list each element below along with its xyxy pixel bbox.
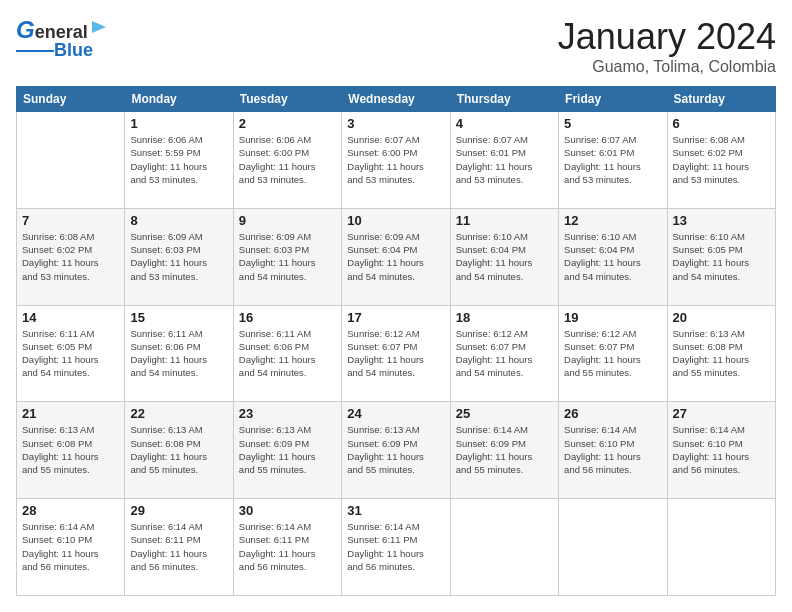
- col-sunday: Sunday: [17, 87, 125, 112]
- day-number: 5: [564, 116, 661, 131]
- day-cell: [559, 499, 667, 596]
- day-info: Sunrise: 6:14 AMSunset: 6:10 PMDaylight:…: [22, 520, 119, 573]
- day-number: 9: [239, 213, 336, 228]
- title-block: January 2024 Guamo, Tolima, Colombia: [558, 16, 776, 76]
- day-cell: 13Sunrise: 6:10 AMSunset: 6:05 PMDayligh…: [667, 208, 775, 305]
- day-cell: 4Sunrise: 6:07 AMSunset: 6:01 PMDaylight…: [450, 112, 558, 209]
- day-cell: 21Sunrise: 6:13 AMSunset: 6:08 PMDayligh…: [17, 402, 125, 499]
- day-cell: [450, 499, 558, 596]
- day-number: 8: [130, 213, 227, 228]
- week-row-3: 14Sunrise: 6:11 AMSunset: 6:05 PMDayligh…: [17, 305, 776, 402]
- day-cell: 26Sunrise: 6:14 AMSunset: 6:10 PMDayligh…: [559, 402, 667, 499]
- day-number: 28: [22, 503, 119, 518]
- day-number: 2: [239, 116, 336, 131]
- calendar-title: January 2024: [558, 16, 776, 58]
- day-info: Sunrise: 6:06 AMSunset: 5:59 PMDaylight:…: [130, 133, 227, 186]
- day-number: 6: [673, 116, 770, 131]
- day-number: 11: [456, 213, 553, 228]
- day-number: 24: [347, 406, 444, 421]
- day-number: 16: [239, 310, 336, 325]
- day-info: Sunrise: 6:13 AMSunset: 6:08 PMDaylight:…: [22, 423, 119, 476]
- svg-marker-0: [92, 21, 106, 33]
- day-number: 3: [347, 116, 444, 131]
- day-cell: 6Sunrise: 6:08 AMSunset: 6:02 PMDaylight…: [667, 112, 775, 209]
- day-number: 27: [673, 406, 770, 421]
- day-info: Sunrise: 6:14 AMSunset: 6:11 PMDaylight:…: [239, 520, 336, 573]
- day-cell: 19Sunrise: 6:12 AMSunset: 6:07 PMDayligh…: [559, 305, 667, 402]
- calendar-subtitle: Guamo, Tolima, Colombia: [558, 58, 776, 76]
- day-info: Sunrise: 6:09 AMSunset: 6:03 PMDaylight:…: [239, 230, 336, 283]
- day-info: Sunrise: 6:13 AMSunset: 6:08 PMDaylight:…: [130, 423, 227, 476]
- calendar-page: General Blue January 2024 Guamo, Tolima,…: [0, 0, 792, 612]
- day-cell: 14Sunrise: 6:11 AMSunset: 6:05 PMDayligh…: [17, 305, 125, 402]
- day-cell: 1Sunrise: 6:06 AMSunset: 5:59 PMDaylight…: [125, 112, 233, 209]
- day-info: Sunrise: 6:07 AMSunset: 6:00 PMDaylight:…: [347, 133, 444, 186]
- day-info: Sunrise: 6:13 AMSunset: 6:08 PMDaylight:…: [673, 327, 770, 380]
- day-info: Sunrise: 6:09 AMSunset: 6:03 PMDaylight:…: [130, 230, 227, 283]
- day-cell: 12Sunrise: 6:10 AMSunset: 6:04 PMDayligh…: [559, 208, 667, 305]
- col-friday: Friday: [559, 87, 667, 112]
- logo-blue: Blue: [54, 40, 93, 61]
- day-cell: 20Sunrise: 6:13 AMSunset: 6:08 PMDayligh…: [667, 305, 775, 402]
- col-saturday: Saturday: [667, 87, 775, 112]
- logo-icon: General: [16, 16, 108, 42]
- day-number: 20: [673, 310, 770, 325]
- day-cell: [667, 499, 775, 596]
- day-info: Sunrise: 6:14 AMSunset: 6:11 PMDaylight:…: [347, 520, 444, 573]
- col-wednesday: Wednesday: [342, 87, 450, 112]
- day-info: Sunrise: 6:12 AMSunset: 6:07 PMDaylight:…: [347, 327, 444, 380]
- week-row-5: 28Sunrise: 6:14 AMSunset: 6:10 PMDayligh…: [17, 499, 776, 596]
- logo: General Blue: [16, 16, 108, 61]
- day-cell: 11Sunrise: 6:10 AMSunset: 6:04 PMDayligh…: [450, 208, 558, 305]
- day-number: 18: [456, 310, 553, 325]
- day-number: 23: [239, 406, 336, 421]
- day-cell: 15Sunrise: 6:11 AMSunset: 6:06 PMDayligh…: [125, 305, 233, 402]
- week-row-1: 1Sunrise: 6:06 AMSunset: 5:59 PMDaylight…: [17, 112, 776, 209]
- day-info: Sunrise: 6:07 AMSunset: 6:01 PMDaylight:…: [456, 133, 553, 186]
- day-number: 31: [347, 503, 444, 518]
- day-info: Sunrise: 6:14 AMSunset: 6:11 PMDaylight:…: [130, 520, 227, 573]
- col-thursday: Thursday: [450, 87, 558, 112]
- col-tuesday: Tuesday: [233, 87, 341, 112]
- day-number: 14: [22, 310, 119, 325]
- day-number: 17: [347, 310, 444, 325]
- day-number: 10: [347, 213, 444, 228]
- day-cell: 9Sunrise: 6:09 AMSunset: 6:03 PMDaylight…: [233, 208, 341, 305]
- header-row: Sunday Monday Tuesday Wednesday Thursday…: [17, 87, 776, 112]
- day-cell: [17, 112, 125, 209]
- day-number: 15: [130, 310, 227, 325]
- day-info: Sunrise: 6:11 AMSunset: 6:05 PMDaylight:…: [22, 327, 119, 380]
- day-cell: 24Sunrise: 6:13 AMSunset: 6:09 PMDayligh…: [342, 402, 450, 499]
- calendar-table: Sunday Monday Tuesday Wednesday Thursday…: [16, 86, 776, 596]
- day-cell: 25Sunrise: 6:14 AMSunset: 6:09 PMDayligh…: [450, 402, 558, 499]
- day-number: 4: [456, 116, 553, 131]
- day-number: 1: [130, 116, 227, 131]
- day-cell: 31Sunrise: 6:14 AMSunset: 6:11 PMDayligh…: [342, 499, 450, 596]
- day-cell: 16Sunrise: 6:11 AMSunset: 6:06 PMDayligh…: [233, 305, 341, 402]
- day-cell: 2Sunrise: 6:06 AMSunset: 6:00 PMDaylight…: [233, 112, 341, 209]
- day-cell: 27Sunrise: 6:14 AMSunset: 6:10 PMDayligh…: [667, 402, 775, 499]
- day-cell: 22Sunrise: 6:13 AMSunset: 6:08 PMDayligh…: [125, 402, 233, 499]
- day-info: Sunrise: 6:14 AMSunset: 6:09 PMDaylight:…: [456, 423, 553, 476]
- day-cell: 17Sunrise: 6:12 AMSunset: 6:07 PMDayligh…: [342, 305, 450, 402]
- day-info: Sunrise: 6:13 AMSunset: 6:09 PMDaylight:…: [239, 423, 336, 476]
- day-number: 26: [564, 406, 661, 421]
- day-info: Sunrise: 6:07 AMSunset: 6:01 PMDaylight:…: [564, 133, 661, 186]
- day-info: Sunrise: 6:14 AMSunset: 6:10 PMDaylight:…: [673, 423, 770, 476]
- day-number: 12: [564, 213, 661, 228]
- day-number: 21: [22, 406, 119, 421]
- day-number: 29: [130, 503, 227, 518]
- day-cell: 8Sunrise: 6:09 AMSunset: 6:03 PMDaylight…: [125, 208, 233, 305]
- day-info: Sunrise: 6:12 AMSunset: 6:07 PMDaylight:…: [456, 327, 553, 380]
- day-cell: 29Sunrise: 6:14 AMSunset: 6:11 PMDayligh…: [125, 499, 233, 596]
- day-cell: 18Sunrise: 6:12 AMSunset: 6:07 PMDayligh…: [450, 305, 558, 402]
- logo-arrow-icon: [90, 18, 108, 36]
- day-cell: 28Sunrise: 6:14 AMSunset: 6:10 PMDayligh…: [17, 499, 125, 596]
- day-info: Sunrise: 6:13 AMSunset: 6:09 PMDaylight:…: [347, 423, 444, 476]
- day-info: Sunrise: 6:11 AMSunset: 6:06 PMDaylight:…: [239, 327, 336, 380]
- day-info: Sunrise: 6:08 AMSunset: 6:02 PMDaylight:…: [673, 133, 770, 186]
- day-info: Sunrise: 6:09 AMSunset: 6:04 PMDaylight:…: [347, 230, 444, 283]
- day-cell: 10Sunrise: 6:09 AMSunset: 6:04 PMDayligh…: [342, 208, 450, 305]
- day-number: 25: [456, 406, 553, 421]
- day-number: 13: [673, 213, 770, 228]
